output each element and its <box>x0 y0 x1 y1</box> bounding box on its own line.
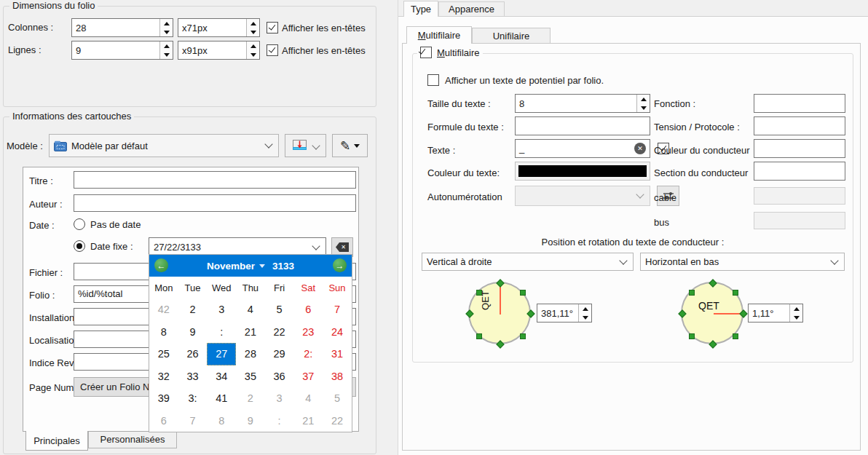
colonnes-size-spinbox[interactable]: x71px <box>178 18 260 37</box>
spin-up-icon[interactable] <box>164 22 170 25</box>
calendar-day[interactable]: 7 <box>323 298 352 321</box>
spin-up-icon[interactable] <box>583 307 588 311</box>
calendar-day[interactable]: 22 <box>323 410 352 432</box>
tab-type[interactable]: Type <box>403 1 438 17</box>
apply-titleblock-button[interactable] <box>285 134 326 157</box>
spin-buttons[interactable] <box>636 95 650 112</box>
calendar-day[interactable]: 25 <box>149 343 178 365</box>
calendar-day[interactable]: : <box>265 410 294 432</box>
tab-apparence[interactable]: Apparence <box>438 1 505 17</box>
handle-w[interactable] <box>465 309 473 317</box>
spin-up-icon[interactable] <box>794 307 800 311</box>
handle-s[interactable] <box>709 340 717 348</box>
calendar-day[interactable]: 3: <box>178 387 208 410</box>
calendar-day[interactable]: 4 <box>236 298 265 321</box>
angle-horizontal-spinbox[interactable]: 1,11° <box>748 304 803 323</box>
handle-se[interactable] <box>733 333 738 339</box>
calendar-day[interactable]: 24 <box>323 321 352 344</box>
handle-s[interactable] <box>496 340 504 348</box>
calendar-day[interactable]: 6 <box>293 298 323 321</box>
fonction-input[interactable] <box>754 94 845 113</box>
calendar-day[interactable]: 9 <box>178 321 208 344</box>
calendar-prev-button[interactable]: ← <box>154 258 168 272</box>
multifilaire-checkbox[interactable] <box>420 47 432 58</box>
calendar-day[interactable]: 5 <box>323 387 352 410</box>
calendar-day[interactable]: 5 <box>265 298 294 321</box>
calendar-day[interactable]: 8 <box>149 321 178 344</box>
colonnes-spinbox[interactable]: 28 <box>71 18 173 37</box>
tension-protocole-input[interactable] <box>754 116 845 135</box>
handle-nw[interactable] <box>689 290 695 296</box>
tab-principales[interactable]: Principales <box>25 431 88 451</box>
rotation-widget-vertical[interactable]: QET <box>468 282 531 344</box>
colonnes-headers-checkbox[interactable] <box>267 22 278 33</box>
calendar-day[interactable]: 4 <box>293 387 323 410</box>
handle-n[interactable] <box>709 279 717 287</box>
calendar-year[interactable]: 3133 <box>272 261 294 272</box>
calendar-day[interactable]: 21 <box>236 321 265 344</box>
spin-up-icon[interactable] <box>250 44 256 48</box>
pas-de-date-radio[interactable] <box>74 218 85 230</box>
handle-w[interactable] <box>678 309 686 317</box>
calendar-day[interactable]: 2: <box>293 343 323 365</box>
calendar-day[interactable]: 26 <box>178 343 208 365</box>
section-conducteur-input[interactable] <box>754 162 845 181</box>
calendar-day[interactable]: 2 <box>236 387 265 410</box>
spin-down-icon[interactable] <box>164 31 170 34</box>
handle-sw[interactable] <box>689 333 695 339</box>
calendar-day[interactable]: : <box>207 321 236 344</box>
calendar-day[interactable]: 42 <box>149 298 178 321</box>
spin-buttons[interactable] <box>159 19 173 36</box>
calendar-day[interactable]: 28 <box>236 343 265 365</box>
calendar-day[interactable]: 2 <box>178 298 208 321</box>
text-color-button[interactable] <box>515 162 650 181</box>
calendar-day[interactable]: 6 <box>149 410 178 432</box>
tab-unifilaire[interactable]: Unifilaire <box>472 28 551 44</box>
calendar-day[interactable]: 36 <box>265 365 294 388</box>
calendar-month[interactable]: November <box>207 261 255 272</box>
handle-e[interactable] <box>739 309 747 317</box>
spin-buttons[interactable] <box>246 41 259 59</box>
spin-down-icon[interactable] <box>250 53 256 57</box>
handle-n[interactable] <box>496 279 504 287</box>
formule-texte-input[interactable] <box>515 116 650 135</box>
spin-up-icon[interactable] <box>250 22 256 25</box>
edit-titleblock-button[interactable]: ✎ <box>332 134 368 157</box>
calendar-day[interactable]: 22 <box>265 321 294 344</box>
calendar-day[interactable]: 3 <box>207 298 236 321</box>
modele-combobox[interactable]: Modèle par défaut <box>49 134 279 157</box>
potential-text-checkbox[interactable] <box>427 74 439 86</box>
spin-down-icon[interactable] <box>641 106 647 110</box>
spin-buttons[interactable] <box>789 304 802 322</box>
spin-down-icon[interactable] <box>164 53 170 57</box>
calendar-day[interactable]: 39 <box>149 387 178 410</box>
auteur-input[interactable] <box>74 194 356 212</box>
tab-personnalisees[interactable]: Personnalisées <box>88 431 177 448</box>
handle-ne[interactable] <box>733 290 738 296</box>
rotation-widget-horizontal[interactable]: QET <box>681 282 743 344</box>
calendar-day[interactable]: 7 <box>178 410 208 432</box>
calendar-day[interactable]: 23 <box>293 321 323 344</box>
spin-buttons[interactable] <box>246 19 259 36</box>
calendar-day[interactable]: 34 <box>207 365 236 388</box>
titre-input[interactable] <box>74 171 356 189</box>
texte-input[interactable]: _ ✕ <box>515 139 650 158</box>
calendar-day[interactable]: 29 <box>265 343 294 365</box>
clear-text-icon[interactable]: ✕ <box>634 143 646 154</box>
calendar-day[interactable]: 8 <box>207 410 236 432</box>
text-position-combobox[interactable]: Vertical à droite <box>422 253 634 271</box>
handle-e[interactable] <box>526 309 534 317</box>
handle-nw[interactable] <box>476 290 482 296</box>
calendar-day[interactable]: 9 <box>236 410 265 432</box>
calendar-day[interactable]: 32 <box>149 365 178 388</box>
lignes-spinbox[interactable]: 9 <box>71 41 173 60</box>
calendar-day[interactable]: 41 <box>207 387 236 410</box>
text-orientation-combobox[interactable]: Horizontal en bas <box>640 253 845 271</box>
handle-se[interactable] <box>520 333 526 339</box>
lignes-size-spinbox[interactable]: x91px <box>178 41 260 60</box>
spin-buttons[interactable] <box>578 304 591 322</box>
calendar-day[interactable]: 33 <box>178 365 208 388</box>
calendar-day[interactable]: 37 <box>293 365 323 388</box>
tab-multifilaire[interactable]: Multifilaire <box>406 26 472 44</box>
date-fixe-radio[interactable] <box>74 240 85 252</box>
